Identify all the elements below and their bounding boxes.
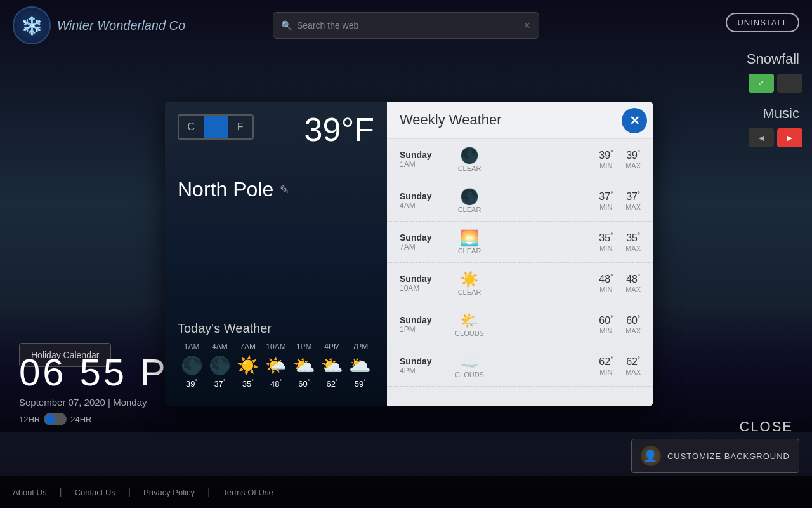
weekly-day-col-6: Sunday 4PM [400,356,450,375]
hour-temp-1pm: 60° [290,378,318,389]
weekly-time-5: 1PM [400,325,450,334]
hour-item-1pm: 1PM ⛅ 60° [290,342,318,389]
hour-icon-4pm: ⛅ [318,355,346,376]
weekly-max-3: 35° MAX [625,232,641,251]
snowfall-toggle-off[interactable] [777,74,802,93]
date-separator: | [108,397,113,408]
hour-label-10am: 10AM [262,342,290,351]
hour-icon-1am: 🌑 [178,355,206,376]
snowfall-label: Snowfall [698,51,812,67]
date-text: September 07, 2020 [19,397,105,408]
footer-contact[interactable]: Contact Us [75,488,115,497]
hour-temp-4am: 37° [206,378,233,389]
weekly-row-2: Sunday 4AM 🌑 CLEAR 37° MIN 37° MAX [387,180,653,222]
weekly-row-1: Sunday 1AM 🌑 CLEAR 39° MIN 39° MAX [387,139,653,180]
weekly-icon-col-5: 🌤️ CLOUDS [450,312,488,337]
hour-label-7am: 7AM [234,342,262,351]
weekly-max-2: 37° MAX [625,190,641,210]
fahrenheit-button[interactable]: F [228,116,252,138]
hour-icon-4am: 🌑 [206,355,233,376]
close-x-icon: ✕ [629,113,640,128]
snowfall-toggle-on[interactable]: ✓ [749,74,774,93]
logo-icon: ❄️ [13,6,51,44]
app-title: Winter Wonderland Co [57,18,185,33]
weekly-condition-5: CLOUDS [450,330,488,337]
weekly-max-val-5: 60° [625,314,641,326]
current-temperature: 39°F [304,110,374,149]
weekly-min-label-2: MIN [599,203,613,211]
customize-background-button[interactable]: 👤 CUSTOMIZE BACKGROUND [631,439,799,473]
weekly-condition-1: CLEAR [450,164,488,172]
weekly-temps-6: 62° MIN 62° MAX [599,356,641,375]
edit-location-icon[interactable]: ✎ [280,183,289,197]
weekly-time-4: 10AM [400,284,450,293]
temperature-unit-toggle[interactable]: C F [178,114,254,140]
hour-item-10am: 10AM 🌤️ 48° [262,342,290,389]
close-button[interactable]: CLOSE [739,418,793,435]
logo-area: ❄️ Winter Wonderland Co [13,6,185,44]
weekly-temps-3: 35° MIN 35° MAX [599,232,641,251]
music-controls: ◄ ► [698,128,812,147]
12hr-label: 12HR [19,415,40,424]
hour-temp-7pm: 59° [346,378,374,389]
footer-divider-1: | [59,486,62,498]
weekly-icon-col-4: ☀️ CLEAR [450,271,488,296]
weekly-min-label-6: MIN [599,368,613,376]
weekly-condition-3: CLEAR [450,247,488,255]
footer-about[interactable]: About Us [13,488,46,497]
search-bar[interactable]: 🔍 Search the web ✕ [273,12,539,39]
weekly-condition-4: CLEAR [450,288,488,296]
weekly-icon-col-3: 🌅 CLEAR [450,229,488,255]
weekly-min-label-4: MIN [599,286,613,293]
toggle-knob [45,414,55,424]
footer-terms[interactable]: Terms Of Use [223,488,273,497]
weekly-icon-col-1: 🌑 CLEAR [450,147,488,172]
weekly-icon-1: 🌑 [450,147,488,164]
weekly-day-6: Sunday [400,356,450,366]
weekly-icon-col-6: ☁️ CLOUDS [450,353,488,378]
weekly-min-label-5: MIN [599,327,613,335]
snowflake-icon: ❄️ [21,15,43,36]
weekly-min-label-1: MIN [599,162,613,170]
hour-temp-1am: 39° [178,378,206,389]
weekly-icon-6: ☁️ [450,353,488,371]
weekly-time-1: 1AM [400,160,450,169]
weekly-icon-3: 🌅 [450,229,488,247]
weekly-icon-2: 🌑 [450,188,488,206]
close-weather-button[interactable]: ✕ [622,108,647,133]
weekly-min-2: 37° MIN [599,190,613,210]
hour-temp-7am: 35° [234,378,262,389]
weekly-row-6: Sunday 4PM ☁️ CLOUDS 62° MIN 62° MAX [387,345,653,387]
weekly-max-val-3: 35° [625,232,641,244]
weekly-min-val-6: 62° [599,356,613,368]
top-bar: ❄️ Winter Wonderland Co 🔍 Search the web… [0,0,812,51]
hour-item-7pm: 7PM 🌥️ 59° [346,342,374,389]
footer-divider-3: | [207,486,210,498]
weekly-min-val-3: 35° [599,232,613,244]
weekly-min-val-2: 37° [599,190,613,203]
weekly-row-5: Sunday 1PM 🌤️ CLOUDS 60° MIN 60° MAX [387,304,653,345]
weekly-min-val-4: 48° [599,273,613,285]
weekly-max-val-1: 39° [625,149,641,161]
weekly-min-val-1: 39° [599,149,613,161]
weekly-weather-panel[interactable]: ✕ Weekly Weather Sunday 1AM 🌑 CLEAR 39° … [387,102,653,406]
hour-item-7am: 7AM ☀️ 35° [234,342,262,389]
time-format-toggle[interactable] [44,413,67,425]
celsius-button[interactable]: C [179,116,204,138]
weekly-min-val-5: 60° [599,314,613,326]
toggle-track [204,116,228,138]
snowfall-toggles: ✓ [698,74,812,93]
customize-label: CUSTOMIZE BACKGROUND [667,451,790,461]
weekly-row-4: Sunday 10AM ☀️ CLEAR 48° MIN 48° MAX [387,263,653,304]
footer-privacy[interactable]: Privacy Policy [143,488,195,497]
weekly-max-1: 39° MAX [625,149,641,169]
hourly-times-row: 1AM 🌑 39° 4AM 🌑 37° 7AM ☀️ 35° 10AM 🌤️ 4… [178,342,374,389]
weekly-max-label-2: MAX [625,203,641,211]
24hr-label: 24HR [70,415,91,424]
location-row: North Pole ✎ [178,178,374,201]
footer-divider-2: | [128,486,131,498]
uninstall-button[interactable]: UNINSTALL [726,13,799,32]
music-prev-button[interactable]: ◄ [749,128,774,147]
footer-bar: About Us | Contact Us | Privacy Policy |… [0,476,812,508]
music-next-button[interactable]: ► [777,128,802,147]
